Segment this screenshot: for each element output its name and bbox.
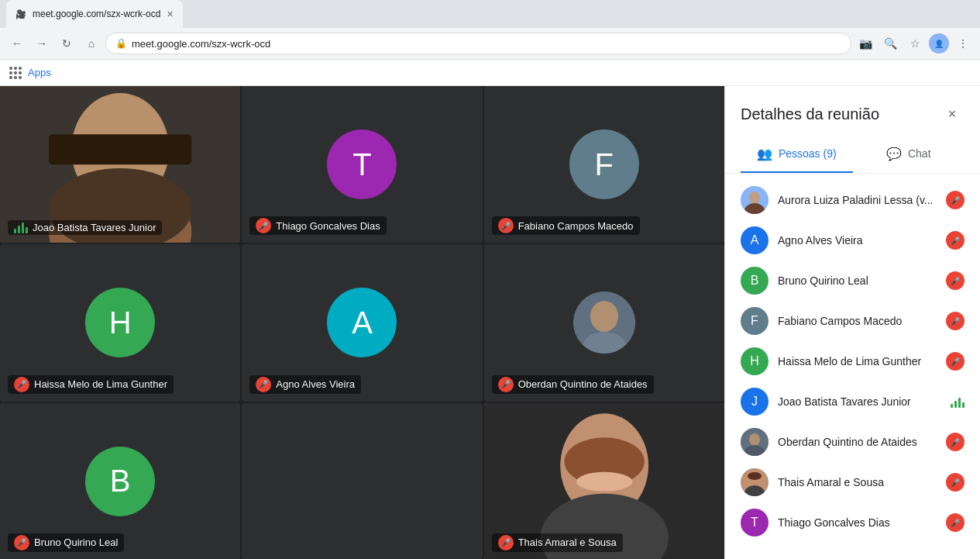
- agno-name: Agno Alves Vieira: [276, 378, 355, 390]
- video-cell-fabiano: F 🎤 Fabiano Campos Macedo: [484, 86, 724, 243]
- bruno-mute-icon: 🎤: [14, 535, 29, 550]
- joao-name: Joao Batista Tavares Junior: [33, 222, 156, 233]
- list-item[interactable]: A Agno Alves Vieira 🎤: [725, 220, 980, 261]
- bookmark-button[interactable]: ☆: [904, 33, 926, 54]
- thiago-avatar: T: [327, 129, 397, 199]
- panel-close-button[interactable]: ×: [940, 102, 965, 126]
- svg-point-22: [748, 472, 762, 480]
- bruno-name: Bruno Quirino Leal: [34, 537, 118, 548]
- lock-icon: 🔒: [115, 38, 127, 49]
- fabiano-avatar: F: [569, 129, 639, 199]
- haissa-mute-icon: 🎤: [14, 377, 29, 392]
- bruno-list-avatar: B: [741, 267, 769, 295]
- thais-list-avatar: [741, 468, 769, 496]
- bruno-name-label: 🎤 Bruno Quirino Leal: [8, 533, 124, 552]
- joao-list-name: Joao Batista Tavares Junior: [778, 395, 941, 408]
- thiago-name: Thiago Goncalves Dias: [276, 220, 380, 232]
- tab-people-label: Pessoas (9): [779, 147, 837, 160]
- bruno-avatar: B: [85, 447, 155, 516]
- browser-toolbar: ← → ↻ ⌂ 🔒 meet.google.com/szx-wcrk-ocd 📷…: [0, 28, 980, 59]
- home-button[interactable]: ⌂: [81, 33, 102, 54]
- participants-list: Aurora Luiza Paladini Lessa (v... 🎤 A Ag…: [725, 174, 980, 559]
- oberdan-list-name: Oberdan Quintino de Ataides: [778, 436, 937, 448]
- oberdan-list-avatar: [741, 428, 769, 456]
- forward-button[interactable]: →: [31, 33, 53, 54]
- svg-point-14: [749, 192, 760, 204]
- side-panel: Detalhes da reunião × 👥 Pessoas (9) 💬 Ch…: [724, 86, 980, 559]
- thiago-name-label: 🎤 Thiago Goncalves Dias: [249, 216, 386, 235]
- thais-list-name: Thais Amaral e Sousa: [778, 476, 937, 488]
- panel-title: Detalhes da reunião: [741, 105, 879, 123]
- list-item[interactable]: Oberdan Quintino de Ataides 🎤: [725, 422, 980, 462]
- panel-tabs: 👥 Pessoas (9) 💬 Chat: [725, 136, 980, 174]
- back-button[interactable]: ←: [6, 33, 28, 54]
- list-item[interactable]: B Bruno Quirino Leal 🎤: [725, 261, 980, 301]
- list-item[interactable]: Thais Amaral e Sousa 🎤: [725, 462, 980, 502]
- agno-list-avatar: A: [741, 226, 769, 254]
- video-cell-joao: Joao Batista Tavares Junior: [0, 86, 240, 243]
- reload-button[interactable]: ↻: [56, 33, 77, 54]
- thais-name-label: 🎤 Thais Amaral e Sousa: [492, 533, 623, 552]
- joao-name-label: Joao Batista Tavares Junior: [8, 220, 162, 235]
- video-cell-thiago: T 🎤 Thiago Goncalves Dias: [242, 86, 482, 243]
- tab-chat[interactable]: 💬 Chat: [853, 136, 965, 173]
- aurora-mute-icon: 🎤: [946, 191, 965, 209]
- haissa-list-mute-icon: 🎤: [946, 352, 965, 371]
- google-apps-icon[interactable]: [9, 67, 22, 79]
- joao-speaking-indicator: [14, 223, 28, 233]
- menu-button[interactable]: ⋮: [952, 33, 974, 54]
- tab-chat-label: Chat: [908, 147, 931, 160]
- cast-button[interactable]: 📷: [854, 33, 876, 54]
- thiago-mute-icon: 🎤: [256, 218, 271, 233]
- user-avatar-browser[interactable]: 👤: [929, 33, 949, 53]
- svg-point-12: [576, 471, 632, 491]
- url-text: meet.google.com/szx-wcrk-ocd: [132, 38, 270, 50]
- list-item[interactable]: T Thiago Goncalves Dias 🎤: [725, 502, 980, 543]
- video-cell-empty: [242, 403, 482, 559]
- video-grid: Joao Batista Tavares Junior T 🎤 Thiago G…: [0, 86, 724, 559]
- apps-bar: Apps: [0, 60, 980, 86]
- fabiano-list-mute-icon: 🎤: [946, 312, 965, 330]
- agno-mute-icon: 🎤: [256, 377, 271, 392]
- tab-title: meet.google.com/szx-wcrk-ocd: [33, 9, 160, 19]
- agno-avatar: A: [327, 288, 397, 357]
- list-item[interactable]: F Fabiano Campos Macedo 🎤: [725, 301, 980, 341]
- list-item[interactable]: H Haissa Melo de Lima Gunther 🎤: [725, 341, 980, 381]
- people-icon: 👥: [757, 147, 772, 161]
- oberdan-photo: [573, 292, 635, 354]
- tab-people[interactable]: 👥 Pessoas (9): [741, 136, 853, 173]
- fabiano-list-name: Fabiano Campos Macedo: [778, 315, 937, 327]
- agno-list-name: Agno Alves Vieira: [778, 234, 937, 247]
- zoom-button[interactable]: 🔍: [879, 33, 901, 54]
- joao-list-avatar: J: [741, 388, 769, 416]
- fabiano-name-label: 🎤 Fabiano Campos Macedo: [492, 216, 640, 235]
- main-area: Joao Batista Tavares Junior T 🎤 Thiago G…: [0, 86, 980, 559]
- haissa-list-name: Haissa Melo de Lima Gunther: [778, 355, 937, 367]
- list-item[interactable]: J Joao Batista Tavares Junior: [725, 381, 980, 422]
- oberdan-name-label: 🎤 Oberdan Quintino de Ataides: [492, 375, 654, 394]
- chat-icon: 💬: [886, 147, 902, 161]
- fabiano-name: Fabiano Campos Macedo: [518, 220, 634, 232]
- tabs-bar: 🎥 meet.google.com/szx-wcrk-ocd ×: [0, 0, 980, 28]
- video-cell-thais: 🎤 Thais Amaral e Sousa: [484, 403, 724, 559]
- haissa-name-label: 🎤 Haissa Melo de Lima Gunther: [8, 375, 174, 394]
- thiago-list-mute-icon: 🎤: [946, 513, 965, 532]
- joao-video: [0, 86, 240, 243]
- bruno-list-name: Bruno Quirino Leal: [778, 274, 937, 287]
- oberdan-list-mute-icon: 🎤: [946, 433, 965, 451]
- haissa-list-avatar: H: [741, 347, 769, 375]
- thais-name: Thais Amaral e Sousa: [518, 537, 617, 548]
- svg-point-17: [749, 433, 760, 446]
- list-item[interactable]: Aurora Luiza Paladini Lessa (v... 🎤: [725, 180, 980, 220]
- agno-list-mute-icon: 🎤: [946, 231, 965, 250]
- svg-rect-3: [49, 134, 191, 164]
- aurora-avatar: [741, 186, 769, 214]
- active-tab[interactable]: 🎥 meet.google.com/szx-wcrk-ocd ×: [6, 0, 183, 28]
- thais-list-mute-icon: 🎤: [946, 473, 965, 492]
- fabiano-mute-icon: 🎤: [498, 218, 514, 233]
- agno-name-label: 🎤 Agno Alves Vieira: [249, 375, 361, 394]
- video-cell-haissa: H 🎤 Haissa Melo de Lima Gunther: [0, 244, 240, 401]
- apps-label[interactable]: Apps: [28, 67, 51, 78]
- video-cell-agno: A 🎤 Agno Alves Vieira: [242, 244, 482, 401]
- address-bar[interactable]: 🔒 meet.google.com/szx-wcrk-ocd: [105, 33, 851, 54]
